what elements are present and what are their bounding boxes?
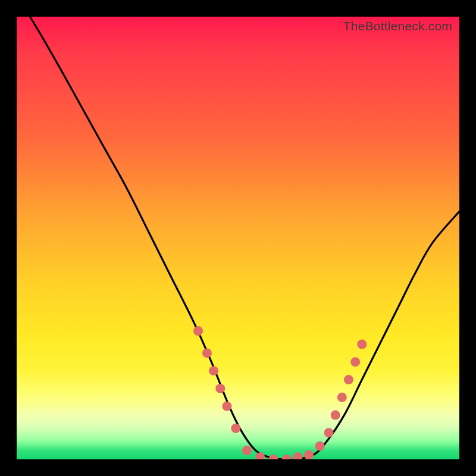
highlight-dot	[304, 450, 314, 459]
highlight-dot	[350, 357, 360, 367]
highlight-dots	[17, 17, 459, 459]
highlight-dot	[242, 446, 252, 455]
highlight-dot	[215, 384, 225, 393]
highlight-dot	[331, 411, 340, 420]
highlight-dot	[222, 402, 231, 411]
highlight-dot	[324, 428, 334, 437]
highlight-dot	[209, 366, 218, 375]
highlight-dot	[202, 348, 212, 358]
highlight-dot	[337, 393, 347, 402]
chart-frame: TheBottleneck.com	[0, 0, 476, 476]
highlight-dot	[255, 452, 265, 459]
highlight-dot	[357, 340, 367, 349]
highlight-dot	[315, 441, 325, 451]
plot-area: TheBottleneck.com	[17, 17, 459, 459]
highlight-dot	[293, 452, 302, 459]
highlight-dot	[344, 375, 353, 384]
highlight-dot	[231, 424, 240, 433]
highlight-dot	[269, 455, 278, 459]
highlight-dot	[193, 326, 203, 336]
highlight-dot	[282, 455, 292, 459]
